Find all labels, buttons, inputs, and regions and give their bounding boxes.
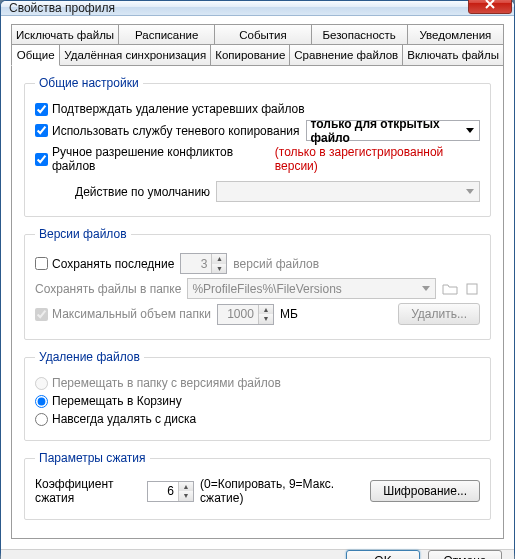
tab-copying[interactable]: Копирование: [210, 45, 290, 66]
close-icon: [485, 0, 495, 9]
keep-last-value[interactable]: [181, 254, 211, 273]
ratio-spin-buttons[interactable]: ▲▼: [178, 482, 193, 501]
tab-exclude-files[interactable]: Исключать файлы: [11, 24, 119, 45]
group-general: Общие настройки Подтверждать удаление ус…: [24, 76, 491, 217]
max-size-unit: МБ: [280, 307, 298, 321]
tab-events[interactable]: События: [214, 24, 311, 45]
max-size-input[interactable]: [35, 308, 48, 321]
browse-folder-icon[interactable]: [442, 281, 458, 297]
keep-last-suffix: версий файлов: [233, 257, 319, 271]
tab-schedule[interactable]: Расписание: [118, 24, 215, 45]
ratio-note: (0=Копировать, 9=Макс. сжатие): [200, 477, 358, 505]
open-folder-icon[interactable]: [464, 281, 480, 297]
default-action-dropdown[interactable]: [216, 181, 480, 202]
manual-conflict-input[interactable]: [35, 153, 48, 166]
manual-conflict-checkbox[interactable]: Ручное разрешение конфликтов файлов: [35, 145, 269, 173]
registered-only-note: (только в зарегистрированной версии): [275, 145, 480, 173]
delete-to-versions-input[interactable]: [35, 377, 48, 390]
max-size-spinner[interactable]: ▲▼: [217, 304, 274, 325]
confirm-delete-input[interactable]: [35, 103, 48, 116]
tab-row-bottom: Общие Удалённая синхронизация Копировани…: [11, 45, 504, 66]
group-deletion: Удаление файлов Перемещать в папку с вер…: [24, 350, 491, 441]
cancel-button[interactable]: Отмена: [428, 550, 502, 559]
keep-last-spin-buttons[interactable]: ▲▼: [211, 254, 226, 273]
dialog-footer: OK Отмена: [1, 549, 514, 559]
tab-row-top: Исключать файлы Расписание События Безоп…: [11, 24, 504, 45]
titlebar: Свойства профиля: [1, 1, 514, 16]
confirm-delete-checkbox[interactable]: Подтверждать удаление устаревших файлов: [35, 102, 305, 116]
tab-notifications[interactable]: Уведомления: [407, 24, 504, 45]
delete-to-recycle-radio[interactable]: Перемещать в Корзину: [35, 394, 182, 408]
client-area: Исключать файлы Расписание События Безоп…: [1, 16, 514, 549]
max-size-spin-buttons[interactable]: ▲▼: [258, 305, 273, 324]
ratio-spinner[interactable]: ▲▼: [147, 481, 194, 502]
window-title: Свойства профиля: [9, 1, 468, 15]
save-folder-label: Сохранять файлы в папке: [35, 282, 181, 296]
group-compression: Параметры сжатия Коэффициент сжатия ▲▼ (…: [24, 451, 491, 520]
use-shadow-checkbox[interactable]: Использовать службу теневого копирования: [35, 124, 300, 138]
ratio-value[interactable]: [148, 482, 178, 501]
tab-include-files[interactable]: Включать файлы: [402, 45, 504, 66]
shadow-mode-dropdown[interactable]: только для открытых файло: [306, 120, 480, 141]
ratio-label: Коэффициент сжатия: [35, 477, 141, 505]
use-shadow-input[interactable]: [35, 124, 48, 137]
encryption-button[interactable]: Шифрование...: [370, 480, 480, 502]
delete-to-versions-radio[interactable]: Перемещать в папку с версиями файлов: [35, 376, 281, 390]
delete-to-recycle-input[interactable]: [35, 395, 48, 408]
max-size-checkbox[interactable]: Максимальный объем папки: [35, 307, 211, 321]
close-button[interactable]: [468, 0, 512, 14]
max-size-value[interactable]: [218, 305, 258, 324]
group-versions: Версии файлов Сохранять последние ▲▼ вер…: [24, 227, 491, 340]
keep-last-spinner[interactable]: ▲▼: [180, 253, 227, 274]
dialog-window: Свойства профиля Исключать файлы Расписа…: [0, 0, 515, 559]
tab-general[interactable]: Общие: [11, 45, 60, 66]
delete-permanent-radio[interactable]: Навсегда удалять с диска: [35, 412, 196, 426]
group-versions-legend: Версии файлов: [35, 227, 131, 241]
tab-security[interactable]: Безопасность: [311, 24, 408, 45]
tab-compare-files[interactable]: Сравнение файлов: [289, 45, 403, 66]
tab-remote-sync[interactable]: Удалённая синхронизация: [59, 45, 211, 66]
group-compression-legend: Параметры сжатия: [35, 451, 150, 465]
tab-panel-general: Общие настройки Подтверждать удаление ус…: [11, 66, 504, 539]
svg-rect-0: [467, 284, 477, 294]
delete-versions-button[interactable]: Удалить...: [398, 303, 480, 325]
ok-button[interactable]: OK: [346, 550, 420, 559]
save-folder-dropdown[interactable]: %ProfileFiles%\FileVersions: [187, 278, 436, 299]
delete-permanent-input[interactable]: [35, 413, 48, 426]
group-deletion-legend: Удаление файлов: [35, 350, 144, 364]
keep-last-checkbox[interactable]: Сохранять последние: [35, 257, 174, 271]
group-general-legend: Общие настройки: [35, 76, 143, 90]
default-action-label: Действие по умолчанию: [75, 185, 210, 199]
keep-last-input[interactable]: [35, 257, 48, 270]
